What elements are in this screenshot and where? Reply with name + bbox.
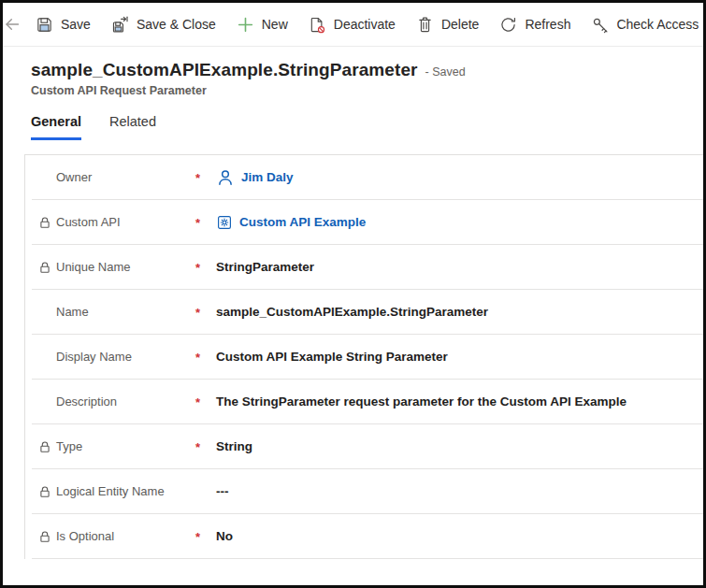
custom-api-icon	[216, 214, 233, 231]
lock-icon	[38, 261, 56, 274]
save-close-icon	[111, 16, 129, 34]
lock-icon	[38, 440, 56, 453]
save-button-label: Save	[61, 17, 91, 32]
field-row-owner: Owner * Jim Daly	[32, 155, 703, 200]
display-name-value[interactable]: Custom API Example String Parameter	[216, 350, 448, 364]
person-icon	[216, 168, 235, 187]
deactivate-icon	[309, 16, 326, 34]
form-tabs: General Related	[3, 97, 703, 140]
field-row-unique-name: Unique Name * StringParameter	[32, 245, 703, 290]
field-label: Unique Name	[56, 260, 195, 274]
key-icon	[591, 16, 609, 34]
save-status: - Saved	[425, 65, 466, 79]
name-value[interactable]: sample_CustomAPIExample.StringParameter	[216, 305, 488, 319]
lock-icon	[38, 530, 56, 543]
back-button[interactable]	[3, 3, 22, 46]
custom-api-value: Custom API Example	[239, 215, 366, 229]
delete-button-label: Delete	[441, 17, 479, 32]
description-value[interactable]: The StringParameter request parameter fo…	[216, 394, 627, 409]
field-row-type: Type * String	[32, 424, 703, 469]
save-button[interactable]: Save	[25, 6, 101, 43]
check-access-button[interactable]: Check Access	[581, 6, 706, 43]
required-marker: *	[195, 169, 216, 185]
refresh-button[interactable]: Refresh	[489, 6, 581, 43]
required-marker: *	[195, 214, 216, 230]
field-row-custom-api: Custom API * Custom API Example	[32, 200, 703, 245]
type-value: String	[216, 439, 252, 453]
app-window: Save Save & Close	[0, 0, 706, 588]
field-row-is-optional: Is Optional * No	[32, 514, 703, 559]
required-marker: *	[195, 438, 216, 454]
field-row-description: Description * The StringParameter reques…	[32, 380, 703, 424]
save-and-close-button-label: Save & Close	[137, 17, 216, 32]
new-button-label: New	[262, 17, 288, 32]
required-marker: *	[195, 394, 216, 409]
owner-value: Jim Daly	[241, 170, 294, 184]
field-row-name: Name * sample_CustomAPIExample.StringPar…	[32, 290, 703, 335]
deactivate-button[interactable]: Deactivate	[298, 6, 406, 43]
required-marker-empty	[195, 491, 216, 493]
delete-button[interactable]: Delete	[406, 6, 489, 43]
entity-type-subtitle: Custom API Request Parameter	[31, 84, 675, 97]
lock-icon	[38, 485, 56, 498]
required-marker: *	[195, 259, 216, 275]
logical-entity-name-value: ---	[216, 484, 229, 498]
save-and-close-button[interactable]: Save & Close	[101, 6, 226, 43]
owner-link[interactable]: Jim Daly	[216, 168, 294, 187]
field-label: Owner	[56, 170, 195, 184]
field-label: Custom API	[56, 215, 195, 229]
arrow-left-icon	[3, 15, 22, 34]
command-buttons: Save Save & Close	[25, 6, 706, 43]
required-marker: *	[195, 528, 216, 544]
plus-icon	[237, 16, 254, 34]
unique-name-value: StringParameter	[216, 260, 314, 274]
field-label: Logical Entity Name	[56, 484, 195, 498]
command-bar: Save Save & Close	[3, 3, 703, 47]
refresh-icon	[499, 16, 517, 34]
tab-related[interactable]: Related	[109, 114, 156, 140]
required-marker: *	[195, 349, 216, 365]
tab-general[interactable]: General	[31, 114, 81, 140]
check-access-button-label: Check Access	[616, 17, 699, 32]
field-row-logical-entity-name: Logical Entity Name ---	[32, 469, 703, 514]
field-label: Name	[56, 305, 195, 319]
save-icon	[36, 16, 53, 34]
general-section: Owner * Jim Daly Custom API	[24, 154, 703, 559]
is-optional-value: No	[216, 529, 233, 543]
field-label: Type	[56, 439, 195, 453]
custom-api-link[interactable]: Custom API Example	[216, 214, 366, 231]
field-label: Description	[56, 394, 195, 409]
trash-icon	[416, 16, 434, 34]
lock-icon	[38, 216, 56, 229]
required-marker: *	[195, 304, 216, 320]
page-title: sample_CustomAPIExample.StringParameter	[31, 60, 418, 80]
refresh-button-label: Refresh	[525, 17, 570, 32]
field-label: Is Optional	[56, 529, 195, 543]
record-header: sample_CustomAPIExample.StringParameter …	[3, 47, 703, 97]
new-button[interactable]: New	[226, 6, 298, 43]
field-row-display-name: Display Name * Custom API Example String…	[32, 335, 703, 380]
field-label: Display Name	[56, 350, 195, 364]
deactivate-button-label: Deactivate	[334, 17, 396, 32]
